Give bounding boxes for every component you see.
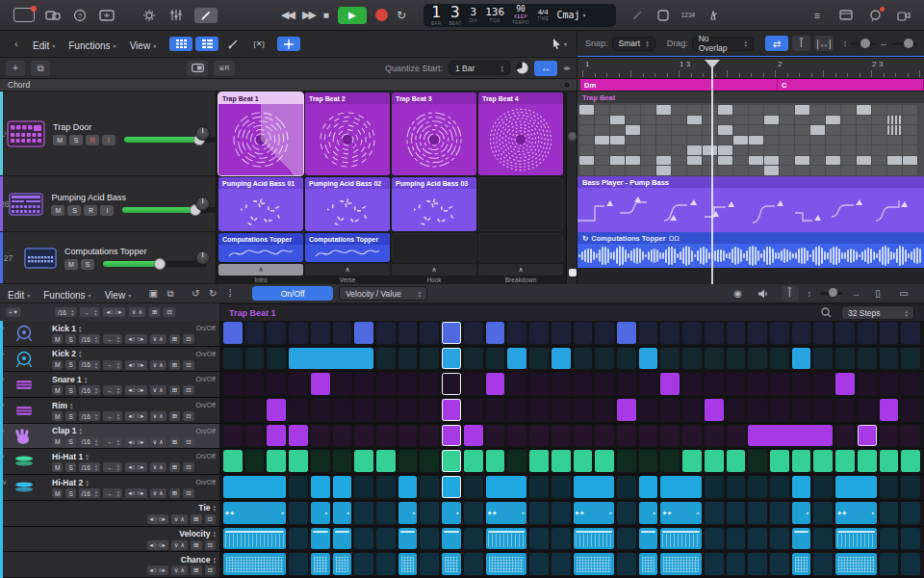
step-cell[interactable]: ▸ xyxy=(639,502,658,524)
mute-button[interactable]: M xyxy=(52,360,63,370)
add-row-button[interactable]: + ▾ xyxy=(6,307,20,317)
step-cell[interactable] xyxy=(486,553,526,575)
step-cell[interactable] xyxy=(442,425,461,447)
step-cell[interactable] xyxy=(289,476,308,498)
step-rate-select[interactable]: /16▴▾ xyxy=(79,385,101,395)
step-cell[interactable] xyxy=(901,373,920,395)
stepper-icon[interactable]: ▴▾ xyxy=(213,556,216,564)
increment-buttons[interactable]: ∨ ∧ xyxy=(171,565,188,575)
frame-icon[interactable]: ⊡ xyxy=(183,437,193,447)
stepper-icon[interactable]: ▴▾ xyxy=(213,530,216,538)
step-cell[interactable] xyxy=(901,399,920,421)
volume-slider[interactable] xyxy=(124,137,228,143)
step-cell[interactable] xyxy=(660,528,701,550)
record-enable-icon[interactable]: ◉ xyxy=(730,286,747,302)
step-cell[interactable] xyxy=(333,373,352,395)
count-in-icon[interactable]: 1234 xyxy=(680,8,697,23)
step-cell[interactable] xyxy=(398,528,418,550)
step-cell[interactable] xyxy=(901,553,920,575)
subrow-header[interactable]: Chance▴▾◂○ ○▸∨ ∧⊞⊡ xyxy=(0,552,219,577)
playback-direction-select[interactable]: →▴▾ xyxy=(103,385,122,395)
rotate-steps-buttons[interactable]: ◂○ ○▸ xyxy=(125,385,146,395)
stepper-icon[interactable]: ▴▾ xyxy=(70,402,73,409)
step-cell[interactable] xyxy=(529,450,549,472)
step-cell[interactable] xyxy=(267,373,286,395)
step-cell[interactable] xyxy=(660,450,680,472)
solo-button[interactable]: S xyxy=(65,462,75,472)
step-cell[interactable] xyxy=(660,553,701,575)
forward-icon[interactable]: ▶▶ xyxy=(302,9,315,21)
step-cell[interactable] xyxy=(552,553,571,575)
step-cell[interactable] xyxy=(267,322,286,344)
loop-cell[interactable]: Pumping Acid Bass 03 xyxy=(392,177,476,231)
step-cell[interactable] xyxy=(398,425,418,447)
metronome-icon[interactable] xyxy=(705,8,722,23)
solo-button[interactable]: S xyxy=(67,205,81,216)
step-cell[interactable] xyxy=(880,348,899,370)
playback-direction-select[interactable]: →▴▾ xyxy=(103,360,122,370)
step-cell[interactable] xyxy=(311,322,330,344)
step-cell[interactable] xyxy=(813,553,833,575)
step-cell[interactable] xyxy=(223,322,243,344)
stepper-icon[interactable]: ▴▾ xyxy=(86,479,89,486)
step-cell[interactable] xyxy=(792,528,811,550)
step-cell[interactable] xyxy=(245,373,265,395)
step-cell[interactable] xyxy=(835,322,855,344)
cell-inspector-icon[interactable] xyxy=(187,61,208,76)
mute-button[interactable]: M xyxy=(53,135,66,145)
step-cell[interactable] xyxy=(223,476,286,498)
step-cell[interactable] xyxy=(289,399,308,421)
step-cell[interactable] xyxy=(574,528,614,550)
step-cell[interactable] xyxy=(529,502,549,524)
step-cell[interactable] xyxy=(245,450,265,472)
step-cell[interactable] xyxy=(398,348,418,370)
step-cell[interactable] xyxy=(835,476,876,498)
step-cell[interactable]: ▸ xyxy=(442,502,461,524)
step-cell[interactable] xyxy=(354,399,373,421)
increment-buttons[interactable]: ∨ ∧ xyxy=(150,385,167,395)
step-cell[interactable] xyxy=(464,373,483,395)
empty-cell-slot[interactable] xyxy=(392,233,476,262)
step-cell[interactable] xyxy=(727,399,746,421)
solo-button[interactable]: S xyxy=(65,334,75,344)
row-header[interactable]: ∨Hi-Hat 2▴▾On/OffMS/16▴▾→▴▾◂○ ○▸∨ ∧⊞⊡ xyxy=(0,475,219,500)
increment-buttons[interactable]: ∨ ∧ xyxy=(150,462,167,472)
step-cell[interactable] xyxy=(289,502,308,524)
grid-arrange-divider[interactable] xyxy=(566,92,578,284)
window-icon[interactable]: ▭ xyxy=(895,286,912,302)
step-cell[interactable]: ▸ xyxy=(792,502,811,524)
rotate-steps-buttons[interactable]: ◂○ ○▸ xyxy=(125,437,146,447)
empty-cell-slot[interactable] xyxy=(478,233,563,262)
step-cell[interactable] xyxy=(574,425,593,447)
scene-trigger-button[interactable]: ∧ xyxy=(478,264,563,276)
step-cell[interactable] xyxy=(901,476,920,498)
step-cell[interactable] xyxy=(311,450,330,472)
resize-handle-icon[interactable]: ◂▸ xyxy=(563,64,571,72)
step-cell[interactable] xyxy=(595,425,614,447)
chevron-down-icon[interactable]: ▾ xyxy=(582,12,585,18)
step-cell[interactable] xyxy=(660,476,701,498)
step-cell[interactable] xyxy=(464,348,483,370)
scene-trigger-button[interactable]: ∧ xyxy=(392,264,476,276)
step-cell[interactable] xyxy=(574,373,593,395)
rotate-steps-buttons[interactable]: ◂○ ○▸ xyxy=(147,514,168,524)
bar-ruler[interactable]: 11 322 3 xyxy=(578,58,924,78)
step-cell[interactable] xyxy=(727,348,746,370)
frame-icon[interactable]: ⊡ xyxy=(183,462,193,472)
step-cell[interactable] xyxy=(507,373,526,395)
step-cell[interactable] xyxy=(770,348,789,370)
mute-button[interactable]: M xyxy=(52,437,63,447)
subrow-header[interactable]: Velocity▴▾◂○ ○▸∨ ∧⊞⊡ xyxy=(0,527,219,552)
loop-cell[interactable]: Computations Topper xyxy=(305,233,390,262)
snap-select[interactable]: Smart▴▾ xyxy=(612,37,655,51)
step-cell[interactable] xyxy=(813,373,833,395)
step-cell[interactable] xyxy=(901,528,920,550)
step-cell[interactable] xyxy=(529,348,549,370)
empty-cell-slot[interactable] xyxy=(478,177,563,231)
solo-button[interactable]: S xyxy=(69,135,83,145)
mute-button[interactable]: M xyxy=(51,205,64,216)
solo-box-icon[interactable] xyxy=(654,8,672,23)
step-cell[interactable] xyxy=(507,399,526,421)
overlap-icon[interactable]: ⧉ xyxy=(162,286,179,302)
step-cell[interactable] xyxy=(464,322,483,344)
